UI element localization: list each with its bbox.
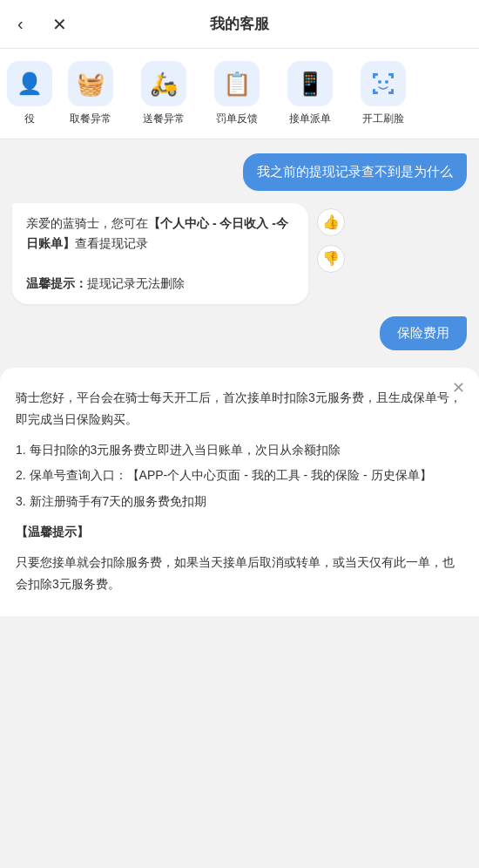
card-para6: 只要您接单就会扣除服务费，如果当天接单后取消或转单，或当天仅有此一单，也会扣除3… — [16, 552, 463, 595]
user-bubble-1: 我之前的提现记录查不到是为什么 — [12, 153, 467, 191]
checkin-icon — [361, 61, 406, 106]
page-title: 我的客服 — [210, 14, 269, 34]
card-para5: 【温馨提示】 — [16, 521, 463, 543]
bot-msg-line1: 亲爱的蓝骑士，您可在【个人中心 - 今日收入 -今日账单】查看提现记录 — [26, 214, 294, 254]
close-card-button[interactable]: ✕ — [452, 380, 465, 396]
icon-label-pickup: 取餐异常 — [70, 112, 111, 126]
header: ‹ ✕ 我的客服 — [0, 0, 479, 49]
thumb-col: 👍 👎 — [317, 203, 345, 273]
card-para2: 1. 每日扣除的3元服务费立即进入当日账单，次日从余额扣除 — [16, 439, 463, 461]
icon-label-checkin: 开工刷脸 — [362, 112, 404, 126]
icon-item-penalty[interactable]: 📋 罚单反馈 — [202, 61, 272, 126]
icon-item-delivery[interactable]: 🛵 送餐异常 — [129, 61, 199, 126]
bottom-card: ✕ 骑士您好，平台会在骑士每天开工后，首次接单时扣除3元服务费，且生成保单号，即… — [0, 368, 479, 617]
bot-bubble-row: 亲爱的蓝骑士，您可在【个人中心 - 今日收入 -今日账单】查看提现记录 温馨提示… — [12, 203, 467, 304]
svg-rect-1 — [373, 73, 375, 78]
icon-item-checkin[interactable]: 开工刷脸 — [348, 61, 418, 126]
bot-bubble-1: 亲爱的蓝骑士，您可在【个人中心 - 今日收入 -今日账单】查看提现记录 温馨提示… — [12, 203, 308, 304]
svg-rect-5 — [373, 89, 375, 94]
icon-label-delivery: 送餐异常 — [143, 112, 185, 126]
svg-point-8 — [378, 80, 381, 84]
icon-label-penalty: 罚单反馈 — [216, 112, 258, 126]
thumbs-up-button[interactable]: 👍 — [317, 208, 345, 236]
penalty-icon: 📋 — [214, 61, 260, 106]
svg-point-9 — [385, 80, 388, 84]
pickup-icon: 🧺 — [68, 61, 113, 106]
icon-item-dispatch[interactable]: 📱 接单派单 — [275, 61, 345, 126]
user-bubble-2: 保险费用 — [12, 316, 467, 350]
user-msg-1: 我之前的提现记录查不到是为什么 — [243, 153, 467, 191]
service-icon: 👤 — [7, 61, 52, 106]
svg-rect-7 — [391, 89, 394, 94]
bot-msg-tip: 温馨提示：提现记录无法删除 — [26, 274, 294, 294]
chat-area: 我之前的提现记录查不到是为什么 亲爱的蓝骑士，您可在【个人中心 - 今日收入 -… — [0, 139, 479, 364]
card-para1: 骑士您好，平台会在骑士每天开工后，首次接单时扣除3元服务费，且生成保单号，即完成… — [16, 387, 463, 431]
svg-rect-3 — [391, 73, 394, 78]
thumbs-down-button[interactable]: 👎 — [317, 245, 345, 273]
user-msg-2: 保险费用 — [380, 316, 467, 350]
card-para4: 3. 新注册骑手有7天的服务费免扣期 — [16, 491, 463, 512]
icon-item-service[interactable]: 👤 役 — [7, 61, 52, 126]
icon-label-service: 役 — [24, 112, 35, 126]
icon-row: 👤 役 🧺 取餐异常 🛵 送餐异常 📋 罚单反馈 📱 接单派单 — [0, 49, 479, 139]
dispatch-icon: 📱 — [287, 61, 333, 106]
back-button[interactable]: ‹ — [10, 7, 30, 41]
icon-label-dispatch: 接单派单 — [289, 112, 331, 126]
icon-item-pickup[interactable]: 🧺 取餐异常 — [56, 61, 125, 126]
card-content: 骑士您好，平台会在骑士每天开工后，首次接单时扣除3元服务费，且生成保单号，即完成… — [16, 387, 463, 596]
card-para3: 2. 保单号查询入口：【APP-个人中心页面 - 我的工具 - 我的保险 - 历… — [16, 465, 463, 486]
close-button[interactable]: ✕ — [45, 7, 74, 42]
delivery-icon: 🛵 — [141, 61, 186, 106]
